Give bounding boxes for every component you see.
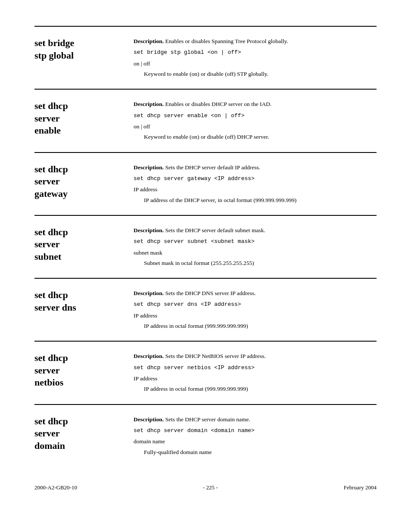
command-name: set dhcpservergateway — [34, 163, 121, 205]
param-description: IP address in octal format (999.999.999.… — [134, 385, 377, 393]
param-name: IP address — [134, 185, 377, 194]
description-line: Description. Sets the DHCP server defaul… — [134, 163, 377, 172]
syntax-line: set dhcp server enable <on | off> — [134, 112, 377, 120]
syntax-line: set dhcp server gateway <IP address> — [134, 174, 377, 183]
command-entry-set-dhcp-server-gateway: set dhcpservergatewayDescription. Sets t… — [34, 152, 377, 215]
description-line: Description. Sets the DHCP DNS server IP… — [134, 289, 377, 298]
description-line: Description. Enables or disables Spannin… — [134, 37, 377, 46]
command-entry-set-dhcp-server-netbios: set dhcpservernetbiosDescription. Sets t… — [34, 341, 377, 404]
command-name: set dhcpserverdomain — [34, 415, 121, 457]
command-name: set dhcpserversubnet — [34, 226, 121, 268]
footer-right: February 2004 — [344, 484, 377, 491]
param-name: IP address — [134, 374, 377, 383]
param-description: IP address of the DHCP server, in octal … — [134, 196, 377, 205]
syntax-line: set bridge stp global <on | off> — [134, 48, 377, 57]
command-entry-set-bridge-stp-global: set bridgestp globalDescription. Enables… — [34, 26, 377, 89]
param-description: IP address in octal format (999.999.999.… — [134, 322, 377, 330]
command-name: set bridgestp global — [34, 37, 121, 78]
command-name: set dhcpserverenable — [34, 100, 121, 141]
command-details: Description. Sets the DHCP server defaul… — [134, 226, 377, 268]
command-entry-set-dhcp-server-enable: set dhcpserverenableDescription. Enables… — [34, 89, 377, 152]
command-details: Description. Sets the DHCP NetBIOS serve… — [134, 352, 377, 393]
description-line: Description. Sets the DHCP NetBIOS serve… — [134, 352, 377, 361]
param-description: Subnet mask in octal format (255.255.255… — [134, 259, 377, 268]
param-description: Keyword to enable (on) or disable (off) … — [134, 133, 377, 141]
command-details: Description. Sets the DHCP server defaul… — [134, 163, 377, 205]
page-footer: 2000-A2-GB20-10 - 225 - February 2004 — [34, 467, 377, 491]
command-details: Description. Sets the DHCP server domain… — [134, 415, 377, 457]
param-name: domain name — [134, 437, 377, 446]
description-line: Description. Sets the DHCP server defaul… — [134, 226, 377, 235]
command-name: set dhcpserver dns — [34, 289, 121, 330]
syntax-line: set dhcp server netbios <IP address> — [134, 364, 377, 372]
syntax-line: set dhcp server subnet <subnet mask> — [134, 237, 377, 246]
description-line: Description. Enables or disables DHCP se… — [134, 100, 377, 109]
param-name: on | off — [134, 59, 377, 68]
page-content: set bridgestp globalDescription. Enables… — [34, 26, 377, 491]
param-name: on | off — [134, 122, 377, 131]
description-line: Description. Sets the DHCP server domain… — [134, 415, 377, 424]
command-details: Description. Enables or disables Spannin… — [134, 37, 377, 78]
syntax-line: set dhcp server domain <domain name> — [134, 426, 377, 435]
param-description: Keyword to enable (on) or disable (off) … — [134, 70, 377, 78]
command-entry-set-dhcp-server-subnet: set dhcpserversubnetDescription. Sets th… — [34, 215, 377, 278]
entries-container: set bridgestp globalDescription. Enables… — [34, 26, 377, 467]
command-details: Description. Enables or disables DHCP se… — [134, 100, 377, 141]
footer-center: - 225 - — [203, 484, 218, 491]
command-entry-set-dhcp-server-domain: set dhcpserverdomainDescription. Sets th… — [34, 404, 377, 467]
param-name: subnet mask — [134, 249, 377, 257]
param-description: Fully-qualified domain name — [134, 448, 377, 457]
param-name: IP address — [134, 311, 377, 320]
command-entry-set-dhcp-server-dns: set dhcpserver dnsDescription. Sets the … — [34, 278, 377, 341]
command-details: Description. Sets the DHCP DNS server IP… — [134, 289, 377, 330]
command-name: set dhcpservernetbios — [34, 352, 121, 393]
syntax-line: set dhcp server dns <IP address> — [134, 300, 377, 309]
footer-left: 2000-A2-GB20-10 — [34, 484, 77, 491]
